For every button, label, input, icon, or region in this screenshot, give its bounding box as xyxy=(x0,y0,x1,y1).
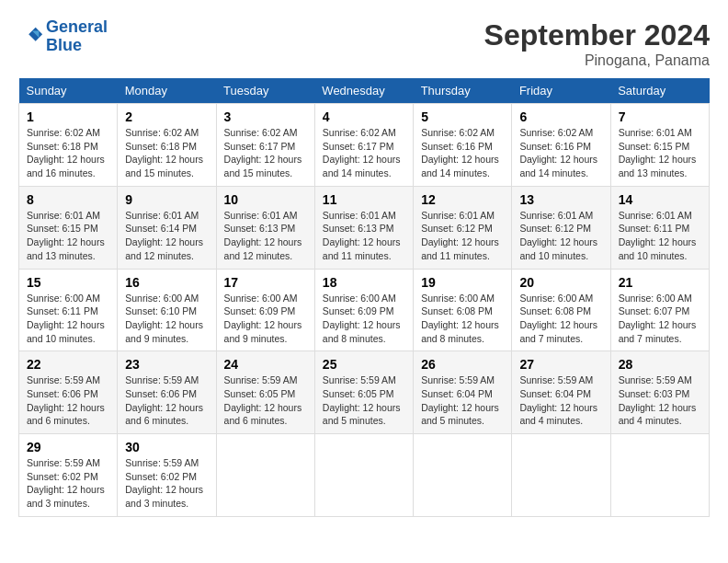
day-info: Sunrise: 5:59 AM Sunset: 6:04 PM Dayligh… xyxy=(519,373,602,428)
day-info: Sunrise: 6:00 AM Sunset: 6:09 PM Dayligh… xyxy=(224,292,307,346)
day-number: 24 xyxy=(224,357,307,372)
calendar-week-2: 8Sunrise: 6:01 AM Sunset: 6:15 PM Daylig… xyxy=(19,186,710,269)
general-blue-logo-icon xyxy=(18,24,44,50)
calendar-week-3: 15Sunrise: 6:00 AM Sunset: 6:11 PM Dayli… xyxy=(19,269,710,351)
col-saturday: Saturday xyxy=(610,78,709,104)
calendar-cell: 10Sunrise: 6:01 AM Sunset: 6:13 PM Dayli… xyxy=(216,186,314,269)
day-info: Sunrise: 6:02 AM Sunset: 6:18 PM Dayligh… xyxy=(125,126,208,180)
day-number: 9 xyxy=(125,192,208,207)
day-number: 23 xyxy=(125,357,208,372)
col-friday: Friday xyxy=(512,78,610,104)
calendar-cell: 1Sunrise: 6:02 AM Sunset: 6:18 PM Daylig… xyxy=(19,104,118,187)
day-info: Sunrise: 6:01 AM Sunset: 6:12 PM Dayligh… xyxy=(421,209,504,263)
day-number: 27 xyxy=(519,357,602,372)
calendar-cell xyxy=(610,434,709,517)
day-number: 19 xyxy=(421,275,504,290)
day-number: 29 xyxy=(27,440,109,454)
calendar-cell: 3Sunrise: 6:02 AM Sunset: 6:17 PM Daylig… xyxy=(216,104,314,187)
title-block: September 2024 Pinogana, Panama xyxy=(484,18,710,69)
location: Pinogana, Panama xyxy=(484,52,710,69)
calendar-header-row: Sunday Monday Tuesday Wednesday Thursday… xyxy=(19,78,710,104)
day-info: Sunrise: 6:02 AM Sunset: 6:17 PM Dayligh… xyxy=(323,126,405,180)
calendar-cell: 29Sunrise: 5:59 AM Sunset: 6:02 PM Dayli… xyxy=(19,434,118,517)
day-number: 13 xyxy=(519,192,602,207)
calendar-cell xyxy=(512,434,610,517)
calendar-cell: 9Sunrise: 6:01 AM Sunset: 6:14 PM Daylig… xyxy=(118,186,216,269)
calendar-cell: 4Sunrise: 6:02 AM Sunset: 6:17 PM Daylig… xyxy=(314,104,413,187)
day-number: 5 xyxy=(421,109,504,124)
calendar-cell: 2Sunrise: 6:02 AM Sunset: 6:18 PM Daylig… xyxy=(118,104,216,187)
day-info: Sunrise: 6:00 AM Sunset: 6:07 PM Dayligh… xyxy=(619,292,701,346)
day-number: 22 xyxy=(27,357,109,372)
page-header: General Blue September 2024 Pinogana, Pa… xyxy=(18,18,710,69)
day-info: Sunrise: 6:01 AM Sunset: 6:13 PM Dayligh… xyxy=(323,209,405,263)
day-info: Sunrise: 6:01 AM Sunset: 6:14 PM Dayligh… xyxy=(125,209,208,263)
day-info: Sunrise: 5:59 AM Sunset: 6:04 PM Dayligh… xyxy=(421,373,504,428)
day-info: Sunrise: 6:02 AM Sunset: 6:17 PM Dayligh… xyxy=(224,126,307,180)
logo-text: General Blue xyxy=(46,18,108,55)
calendar-cell: 11Sunrise: 6:01 AM Sunset: 6:13 PM Dayli… xyxy=(314,186,413,269)
day-number: 28 xyxy=(619,357,701,372)
calendar-cell: 14Sunrise: 6:01 AM Sunset: 6:11 PM Dayli… xyxy=(610,186,709,269)
day-number: 12 xyxy=(421,192,504,207)
day-info: Sunrise: 6:00 AM Sunset: 6:08 PM Dayligh… xyxy=(519,292,602,346)
calendar-cell: 19Sunrise: 6:00 AM Sunset: 6:08 PM Dayli… xyxy=(414,269,512,351)
calendar-cell: 23Sunrise: 5:59 AM Sunset: 6:06 PM Dayli… xyxy=(118,351,216,434)
day-info: Sunrise: 5:59 AM Sunset: 6:05 PM Dayligh… xyxy=(323,373,405,428)
day-number: 17 xyxy=(224,275,307,290)
col-thursday: Thursday xyxy=(414,78,512,104)
day-number: 7 xyxy=(619,109,701,124)
day-info: Sunrise: 6:01 AM Sunset: 6:11 PM Dayligh… xyxy=(619,209,701,263)
calendar-cell: 5Sunrise: 6:02 AM Sunset: 6:16 PM Daylig… xyxy=(414,104,512,187)
day-number: 2 xyxy=(125,109,208,124)
calendar-cell xyxy=(314,434,413,517)
calendar-cell: 24Sunrise: 5:59 AM Sunset: 6:05 PM Dayli… xyxy=(216,351,314,434)
col-monday: Monday xyxy=(118,78,216,104)
day-info: Sunrise: 5:59 AM Sunset: 6:02 PM Dayligh… xyxy=(27,456,109,511)
calendar-week-1: 1Sunrise: 6:02 AM Sunset: 6:18 PM Daylig… xyxy=(19,104,710,187)
day-info: Sunrise: 5:59 AM Sunset: 6:06 PM Dayligh… xyxy=(27,373,109,428)
calendar-cell: 7Sunrise: 6:01 AM Sunset: 6:15 PM Daylig… xyxy=(610,104,709,187)
day-info: Sunrise: 6:02 AM Sunset: 6:16 PM Dayligh… xyxy=(421,126,504,180)
calendar-cell: 20Sunrise: 6:00 AM Sunset: 6:08 PM Dayli… xyxy=(512,269,610,351)
day-number: 21 xyxy=(619,275,701,290)
calendar-cell: 15Sunrise: 6:00 AM Sunset: 6:11 PM Dayli… xyxy=(19,269,118,351)
day-info: Sunrise: 6:00 AM Sunset: 6:11 PM Dayligh… xyxy=(27,292,109,346)
calendar-week-5: 29Sunrise: 5:59 AM Sunset: 6:02 PM Dayli… xyxy=(19,434,710,517)
day-info: Sunrise: 5:59 AM Sunset: 6:05 PM Dayligh… xyxy=(224,373,307,428)
calendar-cell: 6Sunrise: 6:02 AM Sunset: 6:16 PM Daylig… xyxy=(512,104,610,187)
day-info: Sunrise: 6:01 AM Sunset: 6:15 PM Dayligh… xyxy=(27,209,109,263)
logo: General Blue xyxy=(18,18,108,55)
day-number: 15 xyxy=(27,275,109,290)
day-info: Sunrise: 6:01 AM Sunset: 6:12 PM Dayligh… xyxy=(519,209,602,263)
calendar-cell: 17Sunrise: 6:00 AM Sunset: 6:09 PM Dayli… xyxy=(216,269,314,351)
col-sunday: Sunday xyxy=(19,78,118,104)
calendar-cell: 30Sunrise: 5:59 AM Sunset: 6:02 PM Dayli… xyxy=(118,434,216,517)
day-info: Sunrise: 6:01 AM Sunset: 6:13 PM Dayligh… xyxy=(224,209,307,263)
calendar-cell: 28Sunrise: 5:59 AM Sunset: 6:03 PM Dayli… xyxy=(610,351,709,434)
col-wednesday: Wednesday xyxy=(314,78,413,104)
day-info: Sunrise: 6:01 AM Sunset: 6:15 PM Dayligh… xyxy=(619,126,701,180)
day-number: 4 xyxy=(323,109,405,124)
day-info: Sunrise: 6:00 AM Sunset: 6:08 PM Dayligh… xyxy=(421,292,504,346)
day-number: 14 xyxy=(619,192,701,207)
calendar-week-4: 22Sunrise: 5:59 AM Sunset: 6:06 PM Dayli… xyxy=(19,351,710,434)
calendar-cell: 13Sunrise: 6:01 AM Sunset: 6:12 PM Dayli… xyxy=(512,186,610,269)
day-info: Sunrise: 5:59 AM Sunset: 6:03 PM Dayligh… xyxy=(619,373,701,428)
day-info: Sunrise: 6:00 AM Sunset: 6:10 PM Dayligh… xyxy=(125,292,208,346)
calendar-cell: 25Sunrise: 5:59 AM Sunset: 6:05 PM Dayli… xyxy=(314,351,413,434)
calendar-cell: 26Sunrise: 5:59 AM Sunset: 6:04 PM Dayli… xyxy=(414,351,512,434)
day-number: 1 xyxy=(27,109,109,124)
calendar-cell: 18Sunrise: 6:00 AM Sunset: 6:09 PM Dayli… xyxy=(314,269,413,351)
calendar-cell: 21Sunrise: 6:00 AM Sunset: 6:07 PM Dayli… xyxy=(610,269,709,351)
calendar-table: Sunday Monday Tuesday Wednesday Thursday… xyxy=(18,78,710,517)
day-number: 10 xyxy=(224,192,307,207)
day-info: Sunrise: 5:59 AM Sunset: 6:06 PM Dayligh… xyxy=(125,373,208,428)
day-info: Sunrise: 6:02 AM Sunset: 6:16 PM Dayligh… xyxy=(519,126,602,180)
calendar-cell xyxy=(216,434,314,517)
day-number: 11 xyxy=(323,192,405,207)
calendar-cell: 16Sunrise: 6:00 AM Sunset: 6:10 PM Dayli… xyxy=(118,269,216,351)
day-info: Sunrise: 6:02 AM Sunset: 6:18 PM Dayligh… xyxy=(27,126,109,180)
day-number: 25 xyxy=(323,357,405,372)
col-tuesday: Tuesday xyxy=(216,78,314,104)
